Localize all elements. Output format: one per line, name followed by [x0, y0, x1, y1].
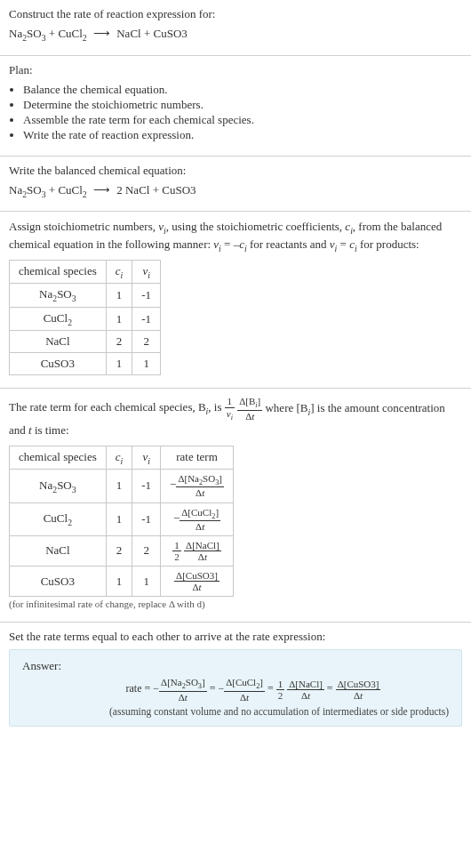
plan-item: Write the rate of reaction expression.: [23, 128, 462, 142]
final-heading: Set the rate terms equal to each other t…: [9, 630, 462, 644]
table-row: CuCl21-1: [10, 307, 161, 331]
plan-item: Balance the chemical equation.: [23, 83, 462, 97]
table-row: CuSO311Δ[CuSO3]Δt: [10, 567, 234, 597]
section-rateterm: The rate term for each chemical species,…: [0, 389, 471, 623]
col-species: chemical species: [10, 446, 107, 470]
table-row: CuCl21-1−Δ[CuCl2]Δt: [10, 502, 234, 535]
plan-item: Determine the stoichiometric numbers.: [23, 98, 462, 112]
col-rate-term: rate term: [161, 446, 234, 470]
rateterm-table: chemical species ci νi rate term Na2SO31…: [9, 446, 234, 598]
table-row: Na2SO31-1−Δ[Na2SO3]Δt: [10, 470, 234, 502]
plan-list: Balance the chemical equation. Determine…: [12, 83, 462, 142]
plan-item: Assemble the rate term for each chemical…: [23, 113, 462, 127]
col-vi: νi: [132, 446, 161, 470]
plan-heading: Plan:: [9, 63, 462, 77]
section-plan: Plan: Balance the chemical equation. Det…: [0, 56, 471, 157]
table-row: Na2SO31-1: [10, 284, 161, 308]
section-intro: Construct the rate of reaction expressio…: [0, 0, 471, 56]
balanced-heading: Write the balanced chemical equation:: [9, 164, 462, 178]
section-assign: Assign stoichiometric numbers, νi, using…: [0, 212, 471, 389]
table-row: NaCl22: [10, 331, 161, 353]
intro-heading: Construct the rate of reaction expressio…: [9, 7, 462, 21]
rateterm-note: (for infinitesimal rate of change, repla…: [9, 599, 462, 609]
section-final: Set the rate terms equal to each other t…: [0, 623, 471, 738]
assign-desc: Assign stoichiometric numbers, νi, using…: [9, 219, 462, 254]
col-species: chemical species: [10, 260, 107, 284]
intro-equation: Na2SO3 + CuCl2 ⟶ NaCl + CuSO3: [9, 27, 462, 43]
answer-box: Answer: rate = −Δ[Na2SO3]Δt = −Δ[CuCl2]Δ…: [9, 649, 462, 726]
col-ci: ci: [106, 260, 132, 284]
answer-label: Answer:: [22, 659, 449, 673]
rateterm-formula: 1νi Δ[Bi]Δt: [225, 401, 266, 414]
rateterm-desc: The rate term for each chemical species,…: [9, 396, 462, 439]
table-row: CuSO311: [10, 353, 161, 375]
table-header-row: chemical species ci νi: [10, 260, 161, 284]
col-ci: ci: [106, 446, 132, 470]
col-vi: νi: [132, 260, 161, 284]
table-row: NaCl2212 Δ[NaCl]Δt: [10, 535, 234, 566]
section-balanced: Write the balanced chemical equation: Na…: [0, 157, 471, 213]
answer-note: (assuming constant volume and no accumul…: [22, 706, 449, 717]
assign-table: chemical species ci νi Na2SO31-1 CuCl21-…: [9, 260, 161, 376]
table-header-row: chemical species ci νi rate term: [10, 446, 234, 470]
balanced-equation: Na2SO3 + CuCl2 ⟶ 2 NaCl + CuSO3: [9, 183, 462, 199]
rate-expression: rate = −Δ[Na2SO3]Δt = −Δ[CuCl2]Δt = 12 Δ…: [58, 677, 449, 702]
